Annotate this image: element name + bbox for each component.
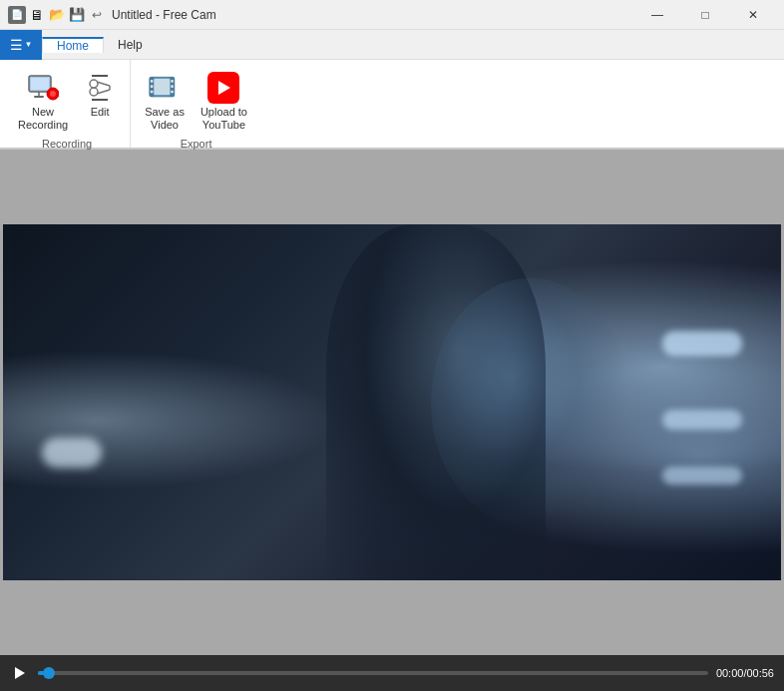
minimize-button[interactable]: — (634, 0, 680, 30)
ribbon-toggle-arrow: ▼ (25, 40, 33, 49)
save-icon[interactable]: 💾 (68, 6, 86, 24)
ribbon-toggle-button[interactable]: ☰ ▼ (0, 30, 42, 60)
svg-rect-21 (171, 91, 174, 94)
undo-icon[interactable]: ↩ (88, 6, 106, 24)
maximize-button[interactable]: □ (682, 0, 728, 30)
ribbon-group-recording: NewRecording Edit (4, 60, 131, 148)
save-as-video-button[interactable]: Save asVideo (139, 68, 191, 136)
edit-icon (84, 72, 116, 104)
svg-rect-1 (31, 78, 49, 90)
svg-rect-17 (151, 85, 154, 88)
upload-youtube-label: Upload toYouTube (200, 106, 247, 132)
edit-button[interactable]: Edit (78, 68, 122, 123)
bg-light-right (662, 331, 742, 356)
svg-rect-3 (34, 96, 44, 98)
menu-bar-left: ☰ ▼ Home Help (0, 30, 157, 59)
export-buttons: Save asVideo Upload toYouTube (139, 64, 253, 136)
svg-point-8 (90, 80, 98, 88)
youtube-play-triangle (218, 81, 230, 95)
save-video-icon (149, 72, 181, 104)
svg-rect-20 (171, 85, 174, 88)
new-recording-label: NewRecording (18, 106, 68, 132)
svg-line-11 (97, 90, 110, 94)
svg-rect-19 (171, 80, 174, 83)
menu-bar: ☰ ▼ Home Help (0, 30, 784, 60)
close-button[interactable]: ✕ (730, 0, 776, 30)
ribbon: NewRecording Edit (0, 60, 784, 150)
youtube-icon (207, 72, 239, 104)
toolbar-icons: 📄 🖥 📂 💾 ↩ (8, 6, 106, 24)
play-icon (15, 667, 25, 679)
title-bar-left: 📄 🖥 📂 💾 ↩ Untitled - Free Cam (8, 6, 216, 24)
title-bar: 📄 🖥 📂 💾 ↩ Untitled - Free Cam — □ ✕ (0, 0, 784, 30)
window-title: Untitled - Free Cam (112, 8, 216, 22)
player-bar: 00:00/00:56 (0, 655, 784, 691)
content-area (0, 150, 784, 655)
svg-point-5 (50, 91, 56, 97)
title-controls: — □ ✕ (634, 0, 776, 30)
recording-buttons: NewRecording Edit (12, 64, 122, 136)
progress-bar[interactable] (38, 671, 708, 675)
edit-label: Edit (91, 106, 110, 119)
play-button[interactable] (10, 663, 30, 683)
save-video-label: Save asVideo (145, 106, 185, 132)
new-doc-icon[interactable]: 📄 (8, 6, 26, 24)
svg-rect-22 (154, 79, 170, 95)
upload-youtube-button[interactable]: Upload toYouTube (195, 68, 253, 136)
tab-home[interactable]: Home (42, 37, 104, 53)
svg-rect-18 (151, 91, 154, 94)
ribbon-group-export: Save asVideo Upload toYouTube Export (131, 60, 261, 148)
svg-point-9 (90, 88, 98, 96)
video-scene (3, 224, 781, 580)
time-display: 00:00/00:56 (716, 667, 774, 679)
video-frame (3, 224, 781, 580)
new-recording-button[interactable]: NewRecording (12, 68, 74, 136)
svg-rect-16 (151, 80, 154, 83)
bg-light-right2 (662, 410, 742, 430)
svg-line-10 (97, 82, 110, 86)
progress-indicator (43, 667, 55, 679)
folder-icon[interactable]: 📂 (48, 6, 66, 24)
open-icon[interactable]: 🖥 (28, 6, 46, 24)
tab-help[interactable]: Help (104, 38, 157, 52)
ribbon-toggle-icon: ☰ (10, 37, 23, 53)
bg-light-left (42, 438, 102, 468)
bg-light-right3 (662, 467, 742, 485)
new-recording-icon (27, 72, 59, 104)
